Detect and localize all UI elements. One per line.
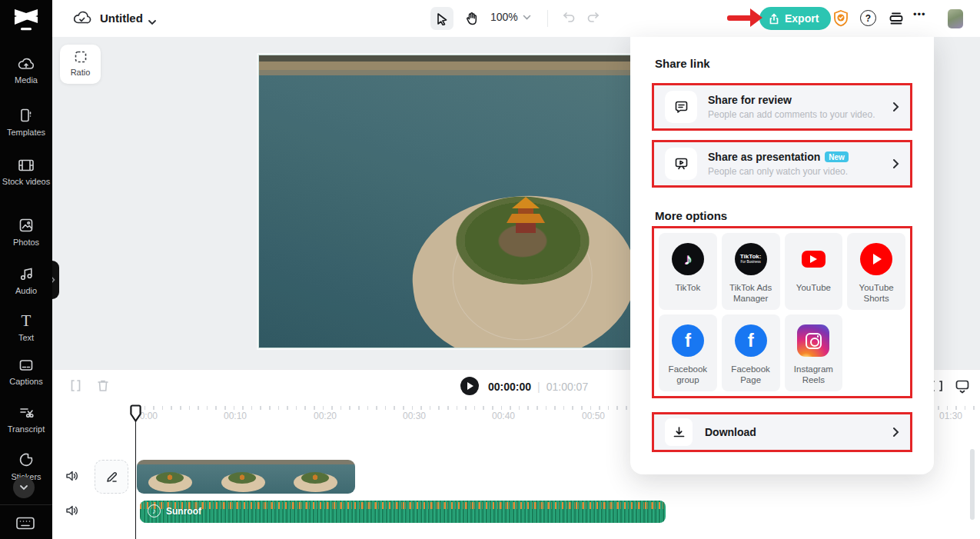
share-app-instagram-reels[interactable]: Instagram Reels — [785, 314, 843, 391]
chevron-right-icon — [892, 101, 899, 112]
capcut-editor: Media Templates Stock videos Photos Audi — [0, 0, 980, 539]
sidebar-item-label: Transcript — [8, 424, 45, 434]
chevron-down-icon — [19, 484, 28, 491]
edit-cover-button[interactable] — [95, 460, 128, 494]
keyboard-shortcuts-button[interactable] — [15, 516, 35, 534]
select-tool-button[interactable] — [430, 7, 453, 30]
ruler-label: 00:20 — [314, 411, 337, 421]
download-row[interactable]: Download — [654, 414, 910, 450]
keyboard-icon — [15, 516, 35, 531]
delete-clip-button[interactable] — [96, 378, 110, 396]
sidebar-item-captions[interactable]: Captions — [0, 358, 52, 387]
playhead-line[interactable] — [135, 421, 137, 539]
annotation-red-frame: Share as presentation New People can onl… — [652, 140, 912, 188]
ruler-label: 01:30 — [939, 411, 962, 421]
audio-clip-name: Sunroof — [166, 506, 201, 517]
capcut-logo-icon[interactable] — [11, 8, 42, 37]
sidebar-item-audio[interactable]: Audio — [0, 266, 52, 296]
chevron-right-icon — [892, 427, 899, 438]
video-clip[interactable] — [137, 460, 355, 494]
presentation-icon — [674, 157, 689, 171]
stock-videos-icon — [18, 158, 35, 172]
ratio-button[interactable]: Ratio — [60, 45, 101, 84]
sidebar-item-photos[interactable]: Photos — [0, 218, 52, 248]
play-button[interactable] — [460, 377, 479, 395]
question-mark-icon: ? — [865, 13, 871, 24]
chevron-right-icon — [892, 158, 899, 169]
sidebar-item-label: Photos — [13, 237, 39, 248]
sidebar: Media Templates Stock videos Photos Audi — [0, 0, 52, 539]
ratio-icon — [74, 50, 88, 64]
more-options-button[interactable]: ••• — [913, 8, 926, 20]
sidebar-item-templates[interactable]: Templates — [0, 108, 52, 138]
download-icon — [673, 426, 686, 439]
zoom-level-dropdown[interactable]: 100% — [490, 11, 531, 23]
share-app-youtube[interactable]: YouTube — [785, 233, 843, 310]
sidebar-item-label: Templates — [7, 127, 45, 138]
sidebar-item-text[interactable]: T Text — [0, 313, 52, 343]
templates-icon — [18, 108, 34, 123]
download-label: Download — [705, 426, 756, 438]
video-track-mute-button[interactable] — [65, 470, 78, 485]
export-button[interactable]: Export — [759, 7, 831, 30]
stack-icon — [888, 10, 905, 27]
toolbar-divider — [547, 10, 548, 27]
collapse-sidebar-button[interactable] — [13, 477, 35, 498]
export-icon — [769, 13, 779, 25]
project-title[interactable]: Untitled — [100, 12, 143, 25]
stickers-icon — [18, 452, 34, 467]
share-for-review-description: People can add comments to your video. — [708, 109, 875, 120]
facebook-icon: f — [672, 324, 704, 357]
split-clip-button[interactable] — [68, 378, 83, 396]
security-shield-icon[interactable] — [832, 9, 849, 31]
audio-icon — [18, 266, 34, 281]
monitor-icon — [955, 378, 970, 394]
share-for-review-row[interactable]: Share for review People can add comments… — [654, 85, 910, 128]
text-tool-icon: T — [22, 313, 32, 328]
transcript-icon — [18, 406, 34, 420]
share-app-youtube-shorts[interactable]: YouTube Shorts — [847, 233, 905, 310]
cloud-sync-icon[interactable] — [73, 10, 91, 28]
photos-icon — [18, 218, 34, 233]
hand-tool-button[interactable] — [460, 7, 483, 30]
sidebar-item-transcript[interactable]: Transcript — [0, 406, 52, 434]
video-thumbnail — [137, 460, 210, 494]
instagram-icon — [797, 324, 829, 357]
share-panel: Share link Share for review People can a… — [630, 37, 934, 474]
preview-display-button[interactable] — [955, 378, 970, 397]
audio-clip[interactable]: ♪ Sunroof — [140, 501, 666, 523]
help-button[interactable]: ? — [860, 10, 876, 26]
annotation-red-frame: ♪ TikTok TikTok: For Business TikTok Ads… — [652, 226, 912, 398]
ruler-label: 00:50 — [582, 411, 605, 421]
share-as-presentation-description: People can only watch your video. — [708, 166, 849, 177]
project-menu-chevron-icon[interactable] — [148, 15, 157, 28]
facebook-icon: f — [735, 324, 767, 357]
share-app-tiktok-ads[interactable]: TikTok: For Business TikTok Ads Manager — [722, 233, 780, 310]
user-avatar[interactable] — [948, 9, 963, 28]
sidebar-item-label: Stock videos — [2, 176, 50, 187]
redo-button[interactable] — [586, 10, 601, 27]
audio-waveform-peaks — [140, 502, 666, 509]
ruler-label: 00:30 — [403, 411, 426, 421]
sidebar-item-label: Text — [18, 332, 34, 343]
share-app-facebook-page[interactable]: f Facebook Page — [722, 314, 780, 391]
ratio-label: Ratio — [71, 67, 91, 78]
share-app-tiktok[interactable]: ♪ TikTok — [659, 233, 717, 310]
undo-button[interactable] — [561, 10, 576, 27]
sidebar-item-media[interactable]: Media — [0, 57, 52, 85]
cloud-upload-icon — [18, 57, 35, 71]
time-separator: | — [537, 381, 540, 393]
sidebar-item-stock-videos[interactable]: Stock videos — [0, 158, 52, 187]
share-for-review-title: Share for review — [708, 94, 792, 106]
workspace-menu-button[interactable] — [888, 10, 905, 30]
timecode-display: 00:00:00 | 01:00:07 — [488, 381, 588, 393]
timeline-scrollbar[interactable] — [970, 449, 975, 520]
audio-track-mute-button[interactable] — [65, 504, 78, 520]
share-link-heading: Share link — [655, 57, 710, 70]
total-duration: 01:00:07 — [546, 381, 589, 393]
share-as-presentation-row[interactable]: Share as presentation New People can onl… — [654, 142, 910, 185]
hand-icon — [465, 12, 478, 25]
share-app-facebook-group[interactable]: f Facebook group — [659, 314, 717, 391]
pencil-icon — [105, 471, 118, 484]
music-note-icon: ♪ — [148, 504, 161, 517]
